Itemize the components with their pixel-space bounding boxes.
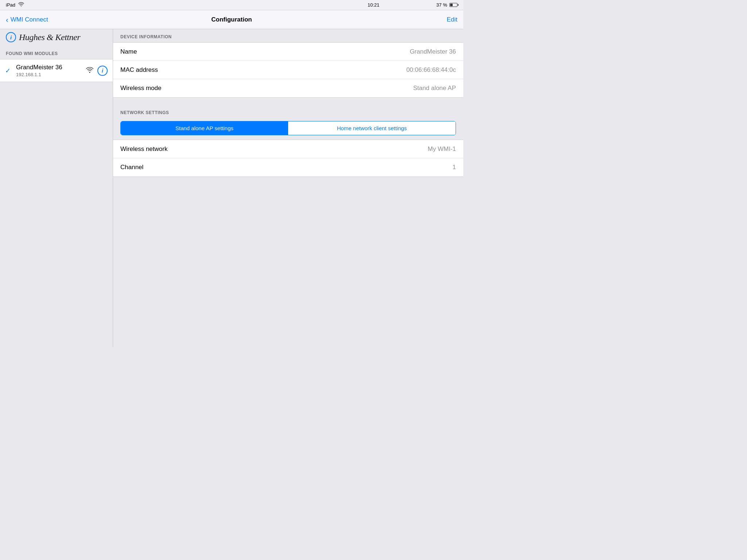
network-mode-segmented-control[interactable]: Stand alone AP settings Home network cli… bbox=[120, 121, 456, 135]
device-ip: 192.168.1.1 bbox=[16, 72, 82, 77]
logo-area: i Hughes & Kettner bbox=[0, 29, 113, 45]
name-value: GrandMeister 36 bbox=[410, 48, 456, 55]
status-bar-right: 37 % bbox=[436, 2, 457, 8]
device-info: GrandMeister 36 192.168.1.1 bbox=[16, 64, 82, 77]
nav-bar: ‹ WMI Connect Configuration Edit bbox=[0, 10, 463, 29]
table-row: Wireless network My WMI-1 bbox=[113, 140, 463, 158]
status-bar: iPad 10:21 37 % bbox=[0, 0, 463, 10]
wireless-mode-label: Wireless mode bbox=[120, 85, 161, 92]
network-settings-table: Wireless network My WMI-1 Channel 1 bbox=[113, 140, 463, 177]
app-container: ‹ WMI Connect Configuration Edit i Hughe… bbox=[0, 10, 463, 347]
battery-percent-label: 37 % bbox=[436, 2, 447, 8]
channel-value: 1 bbox=[453, 164, 456, 171]
app-logo: Hughes & Kettner bbox=[19, 32, 80, 42]
network-settings-section-header: NETWORK SETTINGS bbox=[113, 105, 463, 118]
channel-label: Channel bbox=[120, 164, 143, 171]
device-list-item[interactable]: ✓ GrandMeister 36 192.168.1.1 bbox=[0, 59, 113, 82]
mac-label: MAC address bbox=[120, 66, 158, 74]
nav-title: Configuration bbox=[211, 16, 252, 23]
status-bar-left: iPad bbox=[6, 2, 24, 8]
table-row: Channel 1 bbox=[113, 158, 463, 176]
table-row: Wireless mode Stand alone AP bbox=[113, 79, 463, 97]
wireless-network-label: Wireless network bbox=[120, 145, 167, 153]
device-name: GrandMeister 36 bbox=[16, 64, 82, 71]
device-info-section-header: DEVICE INFORMATION bbox=[113, 29, 463, 42]
content-area: i Hughes & Kettner FOUND WMI MODULES ✓ G… bbox=[0, 29, 463, 347]
table-row: Name GrandMeister 36 bbox=[113, 43, 463, 61]
home-network-segment[interactable]: Home network client settings bbox=[288, 121, 456, 135]
device-info-table: Name GrandMeister 36 MAC address 00:06:6… bbox=[113, 42, 463, 98]
status-bar-time: 10:21 bbox=[368, 2, 380, 8]
nav-edit-button[interactable]: Edit bbox=[447, 16, 457, 23]
main-content: DEVICE INFORMATION Name GrandMeister 36 … bbox=[113, 29, 463, 347]
device-icons: i bbox=[86, 66, 108, 76]
nav-back-label: WMI Connect bbox=[11, 16, 48, 23]
device-selected-check: ✓ bbox=[5, 67, 12, 75]
wireless-mode-value: Stand alone AP bbox=[413, 85, 456, 92]
device-wifi-icon bbox=[86, 67, 94, 74]
table-row: MAC address 00:06:66:68:44:0c bbox=[113, 61, 463, 79]
back-chevron-icon: ‹ bbox=[6, 16, 8, 23]
app-info-button[interactable]: i bbox=[6, 32, 16, 42]
wireless-network-value: My WMI-1 bbox=[428, 145, 456, 153]
sidebar-section-header: FOUND WMI MODULES bbox=[0, 45, 113, 59]
battery-icon bbox=[449, 3, 457, 7]
mac-value: 00:06:66:68:44:0c bbox=[406, 66, 456, 74]
name-label: Name bbox=[120, 48, 137, 55]
ipad-label: iPad bbox=[6, 2, 15, 8]
device-info-button[interactable]: i bbox=[97, 66, 108, 76]
standalone-ap-segment[interactable]: Stand alone AP settings bbox=[121, 121, 288, 135]
wifi-status-icon bbox=[18, 2, 24, 8]
network-settings-section: NETWORK SETTINGS Stand alone AP settings… bbox=[113, 105, 463, 177]
sidebar: i Hughes & Kettner FOUND WMI MODULES ✓ G… bbox=[0, 29, 113, 347]
